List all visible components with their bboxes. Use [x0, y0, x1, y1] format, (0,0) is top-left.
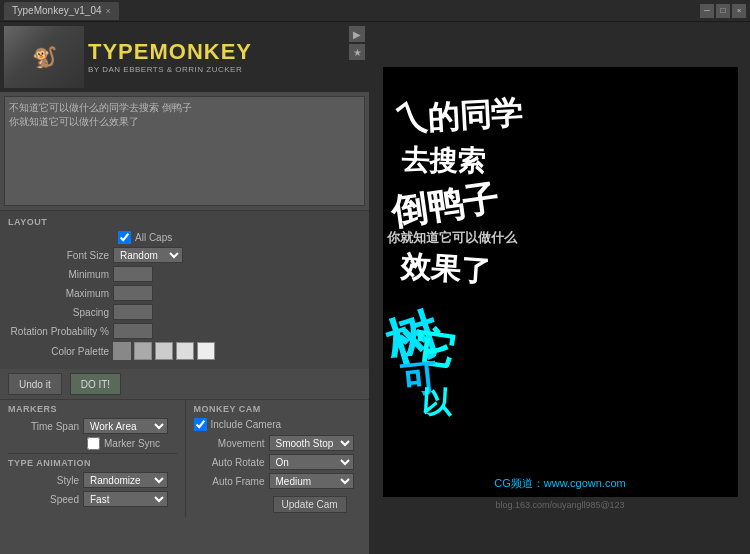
- tab-label: TypeMonkey_v1_04: [12, 5, 102, 16]
- banner-text-area: TYPEMONKEY BY DAN EBBERTS & ORRIN ZUCKER: [84, 41, 365, 74]
- font-size-row: Font Size Random: [8, 247, 361, 263]
- style-label: Style: [8, 475, 83, 486]
- speed-label: Speed: [8, 494, 83, 505]
- maximum-label: Maximum: [8, 288, 113, 299]
- tab-bar: TypeMonkey_v1_04 × ─ □ ×: [0, 0, 750, 22]
- right-panel: 乀的同学 去搜索 倒鸭子 你就知道它可以做什么 效果了 树 它 可 以 CG频道…: [370, 22, 750, 554]
- color-palette-label: Color Palette: [8, 346, 113, 357]
- doit-button[interactable]: DO IT!: [70, 373, 121, 395]
- auto-frame-label: Auto Frame: [194, 476, 269, 487]
- type-animation-section: TYPE ANIMATION Style Randomize Speed Fas…: [8, 458, 177, 507]
- play-icon-button[interactable]: ▶: [349, 26, 365, 42]
- auto-rotate-row: Auto Rotate On: [194, 454, 362, 470]
- banner-subtitle: BY DAN EBBERTS & ORRIN ZUCKER: [88, 65, 365, 74]
- undo-button[interactable]: Undo it: [8, 373, 62, 395]
- main-layout: 🐒 TYPEMONKEY BY DAN EBBERTS & ORRIN ZUCK…: [0, 22, 750, 554]
- preview-text-9: 以: [419, 382, 451, 425]
- marker-sync-checkbox[interactable]: [87, 437, 100, 450]
- movement-label: Movement: [194, 438, 269, 449]
- marker-sync-row: Marker Sync: [87, 437, 177, 450]
- layout-section: LAYOUT All Caps Font Size Random Minimum…: [0, 210, 369, 369]
- left-col: MARKERS Time Span Work Area Marker Sync …: [0, 400, 185, 517]
- preview-text-4: 你就知道它可以做什么: [387, 229, 517, 247]
- monkey-cam-section-label: MONKEY CAM: [194, 404, 362, 414]
- spacing-input[interactable]: 10: [113, 304, 153, 320]
- color-swatches: [113, 342, 215, 360]
- window-controls: ─ □ ×: [700, 4, 746, 18]
- banner-icons: ▶ ★: [349, 26, 365, 60]
- left-panel: 🐒 TYPEMONKEY BY DAN EBBERTS & ORRIN ZUCK…: [0, 22, 370, 554]
- minimum-label: Minimum: [8, 269, 113, 280]
- rotation-input[interactable]: 25: [113, 323, 153, 339]
- include-camera-row: Include Camera: [194, 418, 362, 431]
- movement-select[interactable]: Smooth Stop ...: [269, 435, 354, 451]
- banner-title: TYPEMONKEY: [88, 41, 365, 63]
- time-span-label: Time Span: [8, 421, 83, 432]
- color-swatch-4[interactable]: [176, 342, 194, 360]
- layout-section-label: LAYOUT: [8, 217, 361, 227]
- all-caps-label: All Caps: [135, 232, 172, 243]
- all-caps-row: All Caps: [118, 231, 361, 244]
- include-camera-label: Include Camera: [211, 419, 282, 430]
- active-tab[interactable]: TypeMonkey_v1_04 ×: [4, 2, 119, 20]
- font-size-select[interactable]: Random: [113, 247, 183, 263]
- style-row: Style Randomize: [8, 472, 177, 488]
- all-caps-checkbox[interactable]: [118, 231, 131, 244]
- preview-line2: 你就知道它可以做什么效果了: [9, 115, 360, 129]
- speed-select[interactable]: Fast: [83, 491, 168, 507]
- minimize-button[interactable]: ─: [700, 4, 714, 18]
- time-span-row: Time Span Work Area: [8, 418, 177, 434]
- banner-monkey-image: 🐒: [4, 26, 84, 88]
- maximum-input[interactable]: 220: [113, 285, 153, 301]
- auto-rotate-label: Auto Rotate: [194, 457, 269, 468]
- text-preview-area: 不知道它可以做什么的同学去搜索 倒鸭子 你就知道它可以做什么效果了: [4, 96, 365, 206]
- action-buttons-row: Undo it DO IT!: [8, 373, 361, 395]
- auto-frame-select[interactable]: Medium: [269, 473, 354, 489]
- maximum-row: Maximum 220: [8, 285, 361, 301]
- time-span-select[interactable]: Work Area: [83, 418, 168, 434]
- minimum-row: Minimum 32: [8, 266, 361, 282]
- watermark-text: CG频道：www.cgown.com: [494, 477, 625, 489]
- style-select[interactable]: Randomize: [83, 472, 168, 488]
- monkey-graphic: 🐒: [4, 26, 84, 88]
- preview-text-5: 效果了: [399, 245, 492, 292]
- include-camera-checkbox[interactable]: [194, 418, 207, 431]
- star-icon-button[interactable]: ★: [349, 44, 365, 60]
- preview-text-container: 乀的同学 去搜索 倒鸭子 你就知道它可以做什么 效果了 树 它 可 以: [383, 67, 738, 497]
- preview-text-2: 去搜索: [400, 140, 485, 181]
- speed-row: Speed Fast: [8, 491, 177, 507]
- right-col: MONKEY CAM Include Camera Movement Smoot…: [185, 400, 370, 517]
- preview-line1: 不知道它可以做什么的同学去搜索 倒鸭子: [9, 101, 360, 115]
- spacing-label: Spacing: [8, 307, 113, 318]
- preview-area: 乀的同学 去搜索 倒鸭子 你就知道它可以做什么 效果了 树 它 可 以 CG频道…: [383, 67, 738, 497]
- bottom-two-col: MARKERS Time Span Work Area Marker Sync …: [0, 399, 369, 517]
- color-swatch-5[interactable]: [197, 342, 215, 360]
- preview-watermark: CG频道：www.cgown.com: [383, 474, 738, 493]
- rotation-row: Rotation Probability % 25: [8, 323, 361, 339]
- blog-url: blog.163.com/ouyangll985@123: [495, 500, 624, 510]
- auto-frame-row: Auto Frame Medium: [194, 473, 362, 489]
- close-button[interactable]: ×: [732, 4, 746, 18]
- type-anim-section-label: TYPE ANIMATION: [8, 458, 177, 468]
- tab-close-icon[interactable]: ×: [106, 6, 111, 16]
- font-size-label: Font Size: [8, 250, 113, 261]
- banner: 🐒 TYPEMONKEY BY DAN EBBERTS & ORRIN ZUCK…: [0, 22, 369, 92]
- color-swatch-2[interactable]: [134, 342, 152, 360]
- markers-section-label: MARKERS: [8, 404, 177, 414]
- spacing-row: Spacing 10: [8, 304, 361, 320]
- color-palette-row: Color Palette: [8, 342, 361, 360]
- auto-rotate-select[interactable]: On: [269, 454, 354, 470]
- color-swatch-1[interactable]: [113, 342, 131, 360]
- marker-sync-label: Marker Sync: [104, 438, 160, 449]
- color-swatch-3[interactable]: [155, 342, 173, 360]
- maximize-button[interactable]: □: [716, 4, 730, 18]
- preview-text-1: 乀的同学: [393, 91, 523, 142]
- minimum-input[interactable]: 32: [113, 266, 153, 282]
- update-cam-button[interactable]: Update Cam: [273, 496, 347, 513]
- movement-row: Movement Smooth Stop ...: [194, 435, 362, 451]
- rotation-label: Rotation Probability %: [8, 326, 113, 337]
